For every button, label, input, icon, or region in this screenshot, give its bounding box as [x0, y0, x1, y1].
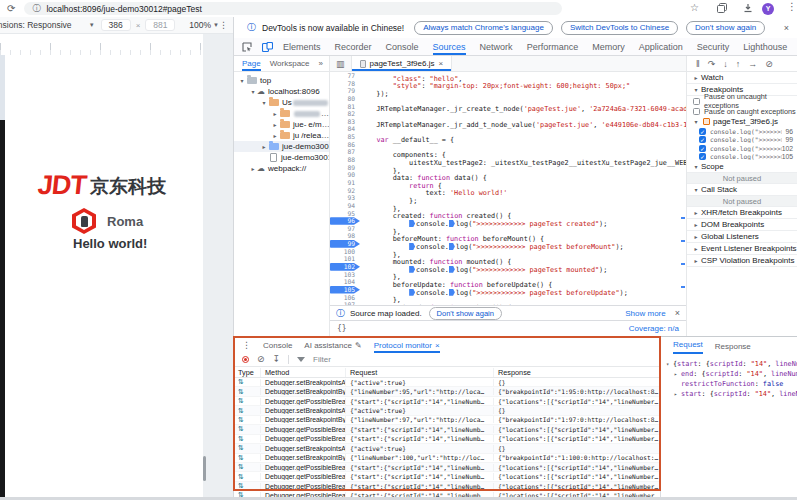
line-number[interactable]: 101 [330, 255, 360, 263]
inline-breakpoint-icon[interactable] [449, 243, 455, 250]
step-out-icon[interactable]: ↑ [736, 59, 741, 69]
chevron-expanded-icon[interactable]: ▾ [238, 77, 246, 84]
checkbox-checked[interactable]: ✓ [699, 128, 706, 135]
close-icon[interactable]: × [675, 308, 680, 318]
column-response[interactable]: Response [493, 368, 661, 377]
breakpoint-marker[interactable]: 96 [330, 217, 360, 225]
tree-item-ju[interactable]: ▸ju/relea… [234, 130, 329, 141]
tree-item-us[interactable]: ▾Us [234, 97, 329, 108]
line-number[interactable]: 79 [330, 87, 360, 95]
breakpoint-entry[interactable]: ✓console.log(">>>>>>>>>…105 [687, 153, 797, 162]
detail-tree-line[interactable]: restrictToFunction: false [666, 379, 797, 389]
close-tab-icon[interactable]: × [435, 341, 440, 350]
breakpoint-file-group[interactable]: ▾pageTest_3f9e6.js [687, 116, 797, 127]
detail-tab-request[interactable]: Request [673, 340, 703, 354]
tab-search-icon[interactable] [717, 3, 727, 13]
show-more-link[interactable]: Show more [625, 309, 665, 318]
drawer-tab-ai-assistance[interactable]: AI assistance✎ [304, 337, 361, 353]
chevron-collapsed-icon[interactable]: ▸ [249, 165, 257, 172]
section-watch[interactable]: ▸Watch [687, 72, 797, 84]
tab-sources[interactable]: Sources [433, 38, 466, 55]
save-icon[interactable]: ↧ [273, 355, 281, 364]
line-number[interactable]: 98 [330, 232, 360, 240]
browser-menu-icon[interactable]: ⋮ [787, 2, 797, 12]
line-number[interactable]: 93 [330, 194, 360, 202]
switch-devtools-to-chinese-button[interactable]: Switch DevTools to Chinese [561, 21, 678, 35]
inline-breakpoint-icon[interactable] [449, 289, 455, 296]
zoom-select[interactable]: 100% ▼ [189, 20, 219, 30]
site-info-icon[interactable]: ⓘ [32, 3, 40, 14]
tab-performance[interactable]: Performance [527, 38, 579, 55]
downloads-icon[interactable] [743, 3, 753, 13]
breakpoint-entry[interactable]: ✓console.log(">>>>>>>>>…102 [687, 144, 797, 153]
breakpoint-marker[interactable]: 105 [330, 286, 360, 294]
drawer-menu-icon[interactable]: ⋮ [242, 340, 251, 350]
detail-tree-line[interactable]: ▸end: {scriptId: "14", lineNumber: 1 [666, 369, 797, 379]
protocol-table-row[interactable]: ⇅Debugger.getPossibleBrea…{"start":{"scr… [234, 425, 660, 434]
section-xhr-fetch-breakpoints[interactable]: ▸XHR/fetch Breakpoints [687, 207, 797, 219]
tree-item-jue-demo30012-js[interactable]: ▸jue-demo30012/js [234, 141, 329, 152]
reload-icon[interactable]: ⟳ [7, 4, 15, 14]
chevron-collapsed-icon[interactable]: ▸ [271, 132, 279, 139]
line-number[interactable]: 95 [330, 210, 360, 218]
step-over-icon[interactable]: ↷ [708, 59, 716, 69]
breakpoint-entry[interactable]: ✓console.log(">>>>>>>>>…99 [687, 136, 797, 145]
line-number[interactable]: 86 [330, 141, 360, 149]
line-number[interactable]: 77 [330, 72, 360, 80]
inline-breakpoint-icon[interactable] [409, 289, 415, 296]
protocol-table-row[interactable]: ⇅Debugger.getPossibleBrea…{"start":{"scr… [234, 463, 660, 472]
checkbox-checked[interactable]: ✓ [699, 145, 706, 152]
protocol-table-row[interactable]: ⇅Debugger.setBreakpointBy…{"lineNumber":… [234, 387, 660, 396]
tree-item-redacted[interactable]: ▸… [234, 108, 329, 119]
tab-workspace[interactable]: Workspace [270, 59, 310, 68]
detail-tree-line[interactable]: ▾{start: {scriptId: "14", lineNumber: [666, 359, 797, 369]
detail-tab-response[interactable]: Response [715, 342, 751, 354]
device-height-field[interactable]: 881 [145, 19, 175, 31]
column-request[interactable]: Request [345, 368, 493, 377]
step-icon[interactable]: → [748, 59, 757, 69]
chevron-expanded-icon[interactable]: ▾ [260, 99, 268, 106]
tab-network[interactable]: Network [480, 38, 513, 55]
line-number[interactable]: 94 [330, 202, 360, 210]
filter-input[interactable]: Filter [313, 355, 331, 364]
line-number[interactable]: 90 [330, 171, 360, 179]
code-area[interactable]: 77 "class": "hello",78 "style": "margin-… [330, 72, 686, 305]
tab-elements[interactable]: Elements [283, 38, 321, 55]
column-type[interactable]: Type [234, 368, 260, 377]
line-number[interactable]: 97 [330, 225, 360, 233]
step-into-icon[interactable]: ↓ [723, 59, 728, 69]
checkbox-checked[interactable]: ✓ [699, 136, 706, 143]
line-number[interactable]: 103 [330, 271, 360, 279]
breakpoint-marker[interactable]: 102 [330, 263, 360, 271]
chevron-collapsed-icon[interactable]: ▸ [271, 110, 279, 117]
device-width-field[interactable]: 386 [101, 19, 131, 31]
profile-avatar[interactable]: Y [762, 3, 774, 15]
pause-exceptions-row[interactable]: Pause on uncaught exceptions [687, 96, 797, 106]
device-toolbar-toggle-icon[interactable] [262, 42, 273, 52]
more-tabs-chevron[interactable]: » [319, 59, 323, 68]
line-number[interactable]: 88 [330, 156, 360, 164]
record-icon[interactable] [242, 356, 249, 363]
inline-breakpoint-icon[interactable] [409, 243, 415, 250]
don-t-show-again-button[interactable]: Don't show again [686, 21, 765, 35]
tab-console[interactable]: Console [386, 38, 419, 55]
tab-lighthouse[interactable]: Lighthouse [743, 38, 787, 55]
inline-breakpoint-icon[interactable] [449, 220, 455, 227]
tree-item-jue-demo30012[interactable]: jue-demo30012 [234, 152, 329, 163]
section-dom-breakpoints[interactable]: ▸DOM Breakpoints [687, 219, 797, 231]
protocol-table-row[interactable]: ⇅Debugger.getPossibleBrea…{"start":{"scr… [234, 472, 660, 481]
chevron-collapsed-icon[interactable]: ▸ [674, 390, 681, 399]
always-match-chrome-s-language-button[interactable]: Always match Chrome's language [414, 21, 553, 35]
deactivate-breakpoints-icon[interactable]: ⊘ [765, 59, 773, 69]
drawer-tab-console[interactable]: Console [263, 337, 292, 353]
chevron-collapsed-icon[interactable]: ▸ [260, 143, 268, 150]
detail-tree-line[interactable]: ▸start: {scriptId: "14", lineNumber: [666, 389, 797, 399]
protocol-table-row[interactable]: ⇅Debugger.getPossibleBrea…{"start":{"scr… [234, 435, 660, 444]
bookmark-star-icon[interactable]: ☆ [690, 3, 699, 13]
drawer-tab-protocol-monitor[interactable]: Protocol monitor× [374, 337, 440, 353]
breakpoint-marker[interactable]: 99 [330, 240, 360, 248]
pause-script-icon[interactable]: ‖ [696, 59, 700, 69]
protocol-table-row[interactable]: ⇅Debugger.setBreakpointBy…{"lineNumber":… [234, 454, 660, 463]
tree-item-webpack-[interactable]: ▸☁webpack:// [234, 163, 329, 174]
inline-breakpoint-icon[interactable] [409, 266, 415, 273]
